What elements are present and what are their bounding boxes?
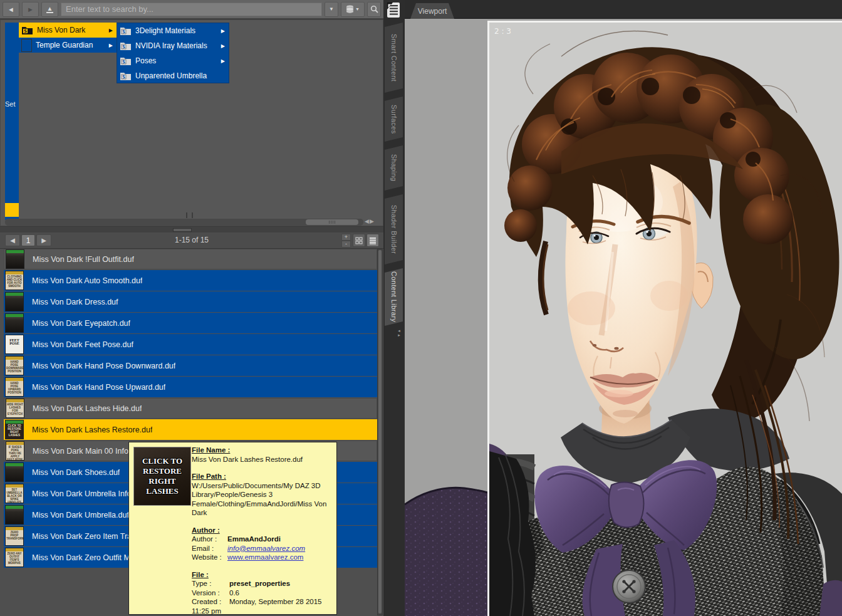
- search-icon: [370, 5, 378, 13]
- chevron-down-icon: ▼: [355, 7, 360, 11]
- tooltip-filepath-line: W:/Users/Public/Documents/My DAZ 3D: [192, 481, 333, 491]
- submenu-item-label: NVIDIA Iray Materials: [135, 41, 217, 50]
- file-thumbnail: CLICK TO RESTORE RIGHT LASHES: [5, 420, 24, 439]
- submenu-item-unparented-umbrella[interactable]: S Unparented Umbrella: [117, 68, 229, 83]
- submenu-item-label: 3Delight Materials: [135, 26, 217, 35]
- back-button[interactable]: ◄: [3, 2, 19, 17]
- list-view-button[interactable]: [366, 234, 379, 247]
- file-row[interactable]: HAND POSE DOWNWARD POSITION Miss Von Dar…: [4, 355, 377, 376]
- pagination-bar: ◀ 1 ▶ 1-15 of 15 + -: [0, 232, 383, 249]
- type-value: preset_properties: [229, 580, 290, 587]
- submenu-arrow-icon: ▶: [221, 28, 226, 34]
- clipped-folder-label: Set: [5, 100, 16, 108]
- hscroll-arrow-buttons[interactable]: ◀▶: [365, 218, 375, 224]
- email-link[interactable]: info@emmaalvarez.com: [227, 545, 305, 552]
- file-thumbnail: SET UMBRELLA BLACK OR SPIKE UNDO ITS MAT…: [5, 484, 24, 503]
- submenu-arrow-icon: ▶: [109, 28, 114, 33]
- tooltip-author-heading: Author :: [192, 526, 333, 535]
- file-row[interactable]: Miss Von Dark !Full Outfit.duf: [4, 249, 377, 269]
- tree-hscroll-thumb[interactable]: [306, 219, 358, 225]
- database-menu-button[interactable]: ▼: [341, 2, 365, 17]
- list-view-icon: [369, 237, 377, 244]
- svg-text:S: S: [122, 60, 125, 65]
- tab-surfaces[interactable]: Surfaces: [385, 97, 403, 142]
- submenu-item-label: Poses: [135, 56, 217, 65]
- website-link[interactable]: www.emmaalvarez.com: [227, 553, 303, 561]
- file-thumbnail: [5, 313, 24, 333]
- column-divider-handle[interactable]: [186, 212, 193, 218]
- file-thumbnail: CLOTHING AND CLICK FOR AUTO SMOOTH: [5, 271, 24, 290]
- viewport-tab-bar: Viewport: [405, 0, 842, 19]
- menu-item-miss-von-dark[interactable]: S Miss Von Dark ▶: [19, 23, 117, 38]
- tab-content-library[interactable]: Content Library: [385, 268, 403, 326]
- viewport-canvas[interactable]: 2 : 3: [405, 19, 842, 616]
- folder-menu: S Miss Von Dark ▶ Temple Guardian ▶: [19, 23, 117, 53]
- tab-shaping[interactable]: Shaping: [385, 145, 403, 191]
- tab-shader-builder[interactable]: Shader Builder: [385, 194, 403, 264]
- database-icon: [346, 5, 354, 14]
- submenu-arrow-icon: ▶: [221, 58, 226, 64]
- file-thumbnail: HAND POSE UPWARD POSITION: [5, 377, 24, 397]
- tree-column-clipped[interactable]: Set: [5, 23, 19, 203]
- file-label: Miss Von Dark Lashes Restore.duf: [32, 425, 152, 434]
- panel-menu-icon[interactable]: [385, 2, 401, 18]
- submenu-item-label: Unparented Umbrella: [135, 71, 226, 80]
- file-label: Miss Von Dark Dress.duf: [32, 298, 118, 306]
- tooltip-filepath-line: Library/People/Genesis 3: [192, 490, 333, 499]
- file-row-hovered[interactable]: CLICK TO RESTORE RIGHT LASHES Miss Von D…: [4, 419, 377, 440]
- tooltip-filename-heading: File Name :: [192, 446, 333, 455]
- daz-studio-window: ◄ ► ▲ ▼ ▼ Set S Miss Von Dark ▶ Temple G…: [0, 0, 842, 616]
- tab-viewport[interactable]: Viewport: [410, 3, 454, 19]
- folder-s-icon: S: [120, 41, 132, 51]
- menu-item-temple-guardian[interactable]: Temple Guardian ▶: [19, 38, 117, 53]
- file-thumbnail: [5, 292, 24, 311]
- go-up-button[interactable]: ▲: [41, 2, 58, 17]
- folder-s-icon: S: [120, 26, 132, 36]
- thumb-size-increase-button[interactable]: +: [341, 234, 351, 241]
- vscroll-thumb[interactable]: [378, 250, 382, 613]
- content-toolbar: ◄ ► ▲ ▼ ▼: [0, 0, 383, 19]
- list-vertical-scrollbar[interactable]: [377, 249, 383, 615]
- forward-button[interactable]: ►: [22, 2, 39, 17]
- file-label: Miss Von Dark Shoes.duf: [32, 468, 120, 477]
- file-label: Miss Von Dark Hand Pose Downward.duf: [32, 362, 175, 370]
- submenu-item-poses[interactable]: S Poses ▶: [117, 53, 229, 68]
- grid-view-button[interactable]: [353, 234, 365, 247]
- submenu-item-iray[interactable]: S NVIDIA Iray Materials ▶: [117, 38, 229, 53]
- file-label: Miss Von Dark Umbrella Info.duf: [32, 489, 144, 498]
- panel-splitter[interactable]: [0, 227, 383, 232]
- svg-text:S: S: [122, 75, 125, 80]
- file-row[interactable]: Miss Von Dark Eyepatch.duf: [4, 313, 377, 333]
- version-value: 0.6: [229, 589, 239, 597]
- file-label: Miss Von Dark Eyepatch.duf: [32, 319, 130, 328]
- file-thumbnail: [5, 462, 24, 482]
- thumb-size-decrease-button[interactable]: -: [341, 241, 351, 248]
- file-label: Miss Von Dark Umbrella.duf: [32, 511, 129, 519]
- tooltip-filename: Miss Von Dark Lashes Restore.duf: [192, 455, 333, 464]
- file-row[interactable]: FEET POSE Miss Von Dark Feet Pose.duf: [4, 334, 377, 355]
- tooltip-file-heading: File :: [192, 570, 333, 580]
- tree-item-highlight-fragment[interactable]: [5, 203, 19, 217]
- file-thumbnail: ZERO ANY OUTFIT ITEM'S MORPHS: [5, 548, 24, 567]
- submenu-item-3delight[interactable]: S 3Delight Materials ▶: [117, 23, 229, 38]
- submenu-arrow-icon: ▶: [109, 43, 114, 48]
- folder-s-icon: S: [21, 25, 33, 35]
- search-button[interactable]: [367, 2, 381, 17]
- search-input[interactable]: [61, 3, 322, 16]
- file-row[interactable]: Miss Von Dark Dress.duf: [4, 291, 377, 312]
- menu-item-label: Miss Von Dark: [37, 26, 105, 34]
- pane-collapse-arrows[interactable]: ◂▸: [395, 328, 403, 337]
- chevron-down-icon: ▼: [329, 6, 334, 12]
- file-row[interactable]: HIDE RIGHT LASHES FOR EYEPATCH Miss Von …: [4, 398, 377, 419]
- file-label: Miss Von Dark Hand Pose Upward.duf: [32, 383, 165, 392]
- tab-smart-content[interactable]: Smart Content: [385, 23, 403, 93]
- tooltip-thumbnail: CLICK TO RESTORE RIGHT LASHES: [133, 447, 191, 506]
- svg-text:S: S: [24, 29, 27, 34]
- menu-item-label: Temple Guardian: [36, 41, 105, 50]
- render-scene: 2 : 3: [405, 19, 842, 616]
- search-type-dropdown[interactable]: ▼: [325, 2, 338, 17]
- file-row[interactable]: CLOTHING AND CLICK FOR AUTO SMOOTH Miss …: [4, 270, 377, 291]
- submenu-arrow-icon: ▶: [221, 43, 226, 49]
- file-row[interactable]: HAND POSE UPWARD POSITION Miss Von Dark …: [4, 377, 377, 397]
- file-info-tooltip: CLICK TO RESTORE RIGHT LASHES File Name …: [128, 442, 337, 615]
